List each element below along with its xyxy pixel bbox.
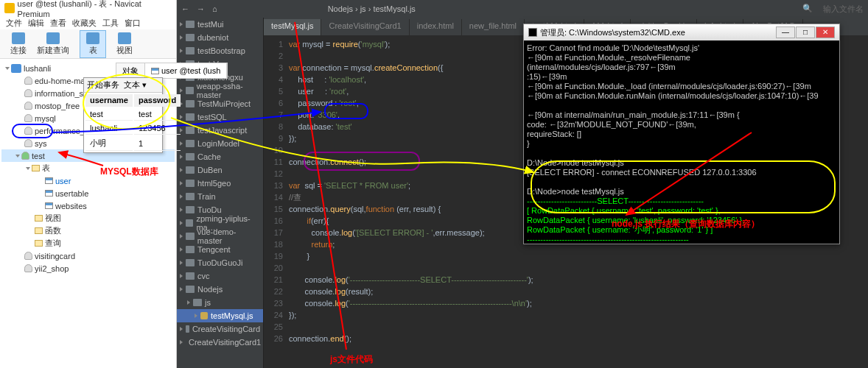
menu-窗口[interactable]: 窗口	[125, 18, 141, 28]
term-line: --------------------------SELECT--------…	[527, 197, 836, 206]
term-line: ----------------------------------------…	[527, 235, 836, 244]
menu-工具[interactable]: 工具	[102, 18, 119, 28]
term-line: ←[90m at Function.Module.runMain (intern…	[527, 91, 836, 101]
term-line: code: ←[32m'MODULE_NOT_FOUND'←[39m,	[527, 120, 836, 130]
navicat-panel: user @test (lushanli) - 表 - Navicat Prem…	[0, 0, 177, 368]
toolbar-新建查询[interactable]: 新建查询	[37, 32, 69, 56]
app-icon	[4, 3, 15, 13]
code-line-25[interactable]: 25	[264, 321, 868, 333]
proj-CreateVisitingCard[interactable]: CreateVisitingCard	[177, 322, 263, 336]
proj-vue-demo-master[interactable]: vue-demo-master	[177, 230, 263, 243]
code-line-21[interactable]: 21 console.log('------------------------…	[264, 274, 868, 286]
cmd-terminal[interactable]: 管理员: C:\Windows\system32\CMD.exe — □ ✕ E…	[523, 24, 840, 244]
code-line-26[interactable]: 26connection.end();	[264, 333, 868, 344]
object-tabbar[interactable]: 对象 user @test (lush	[116, 63, 228, 79]
menu-编辑[interactable]: 编辑	[28, 18, 44, 28]
code-line-23[interactable]: 23 console.log('------------------------…	[264, 297, 868, 309]
tab-testMysql.js[interactable]: testMysql.js	[264, 19, 321, 35]
code-line-20[interactable]: 20	[264, 262, 868, 274]
term-line: ←[90m at Function.Module._resolveFilenam…	[527, 53, 836, 72]
annotation-mysql: MYSQL数据库	[100, 166, 158, 178]
annotation-result: node.js 执行结果（查询数据库内容）	[612, 218, 760, 230]
table-data-popup[interactable]: 开始事务 文本 ▾ usernamepassword testtestlusha…	[83, 77, 163, 153]
editor-topbar: ← → ⌂ Nodejs › js › testMysql.js 🔍 输入文件名	[177, 0, 868, 18]
tree-visitingcard[interactable]: visitingcard	[1, 250, 175, 262]
proj-weapp-ssha-master[interactable]: weapp-ssha-master	[177, 84, 263, 97]
col-password[interactable]: password	[134, 94, 181, 107]
begin-trans-button[interactable]: 开始事务	[87, 79, 119, 91]
cmd-icon	[528, 28, 537, 37]
tree-视图[interactable]: 视图	[1, 212, 175, 224]
menu-文件[interactable]: 文件	[6, 18, 22, 28]
term-line: [SELECT ERROR] - connect ECONNREFUSED 12…	[527, 168, 836, 177]
menu-bar[interactable]: 文件编辑查看收藏夹工具窗口	[0, 16, 176, 29]
proj-TuoDuGuoJi[interactable]: TuoDuGuoJi	[177, 256, 263, 269]
menu-查看[interactable]: 查看	[50, 18, 66, 28]
fwd-icon[interactable]: →	[197, 4, 205, 13]
proj-testJavascript[interactable]: testJavascript	[177, 124, 263, 137]
proj-Train[interactable]: Train	[177, 190, 263, 203]
term-line: D:\Node>node testMysql.js	[527, 187, 836, 197]
table-row[interactable]: 小明1	[85, 136, 181, 151]
col-username[interactable]: username	[85, 94, 133, 107]
term-line: :15)←[39m	[527, 72, 836, 82]
tab-new_file.html[interactable]: new_file.html	[462, 19, 525, 35]
proj-testMysql.js[interactable]: testMysql.js	[177, 309, 263, 322]
code-line-19[interactable]: 19 }	[264, 250, 868, 262]
tab-CreateVisitingCard1[interactable]: CreateVisitingCard1	[321, 19, 409, 35]
proj-DuBen[interactable]: DuBen	[177, 163, 263, 177]
proj-Cache[interactable]: Cache	[177, 150, 263, 163]
terminal-titlebar[interactable]: 管理员: C:\Windows\system32\CMD.exe — □ ✕	[524, 24, 839, 40]
term-line: ←[90m at internal/main/run_main_module.j…	[527, 110, 836, 120]
table-row[interactable]: testtest	[85, 108, 181, 121]
proj-testMui[interactable]: testMui	[177, 18, 263, 31]
toolbar-视图[interactable]: 视图	[116, 32, 133, 56]
tree-查询[interactable]: 查询	[1, 237, 175, 250]
terminal-title-text: 管理员: C:\Windows\system32\CMD.exe	[540, 27, 685, 38]
proj-testSQL[interactable]: testSQL	[177, 110, 263, 124]
tab-object[interactable]: 对象	[116, 63, 145, 78]
tab-user[interactable]: user @test (lush	[145, 63, 227, 78]
tree-websites[interactable]: websites	[1, 199, 175, 212]
breadcrumb[interactable]: Nodejs › js › testMysql.js	[328, 4, 416, 13]
terminal-output[interactable]: Error: Cannot find module 'D:\Node\testM…	[524, 40, 839, 245]
text-button[interactable]: 文本 ▾	[124, 79, 147, 91]
toolbar-连接[interactable]: 连接	[10, 32, 27, 56]
tree-函数[interactable]: 函数	[1, 224, 175, 237]
close-button[interactable]: ✕	[816, 26, 835, 38]
code-line-22[interactable]: 22 console.log(result);	[264, 286, 868, 297]
proj-cvc[interactable]: cvc	[177, 269, 263, 283]
table-row[interactable]: lushanli123456	[85, 122, 181, 135]
proj-testBootstrap[interactable]: testBootstrap	[177, 44, 263, 57]
term-line: ←[90m at Function.Module._load (internal…	[527, 82, 836, 91]
data-grid[interactable]: usernamepassword testtestlushanli123456小…	[84, 93, 182, 152]
proj-html5geo[interactable]: html5geo	[177, 177, 263, 190]
title-text: user @test (lushanli) - 表 - Navicat Prem…	[18, 0, 172, 18]
term-line	[527, 101, 836, 110]
term-line	[527, 149, 836, 158]
home-icon[interactable]: ⌂	[212, 4, 217, 13]
proj-CreateVisitingCard1[interactable]: CreateVisitingCard1	[177, 336, 263, 349]
maximize-button[interactable]: □	[796, 26, 815, 38]
back-icon[interactable]: ←	[181, 4, 189, 13]
tree-usertable[interactable]: usertable	[1, 187, 175, 199]
proj-Nodejs[interactable]: Nodejs	[177, 283, 263, 296]
tab-index.html[interactable]: index.html	[410, 19, 462, 35]
tree-yii2_shop[interactable]: yii2_shop	[1, 262, 175, 275]
term-line: requireStack: []	[527, 130, 836, 139]
proj-TestMuiProject[interactable]: TestMuiProject	[177, 97, 263, 110]
search-icon[interactable]: 🔍	[802, 4, 813, 15]
term-line	[527, 244, 836, 245]
term-line	[527, 177, 836, 187]
toolbar: 连接新建查询表视图	[0, 29, 176, 59]
search-input[interactable]: 输入文件名	[823, 4, 864, 15]
code-line-24[interactable]: 24});	[264, 309, 868, 321]
toolbar-表[interactable]: 表	[80, 30, 106, 58]
proj-js[interactable]: js	[177, 296, 263, 309]
proj-LoginModel[interactable]: LoginModel	[177, 137, 263, 150]
menu-收藏夹[interactable]: 收藏夹	[72, 18, 97, 28]
proj-dubeniot[interactable]: dubeniot	[177, 31, 263, 44]
minimize-button[interactable]: —	[776, 26, 795, 38]
term-line: D:\Node>node testMysql.js	[527, 158, 836, 168]
annotation-jscode: js文件代码	[330, 353, 373, 366]
